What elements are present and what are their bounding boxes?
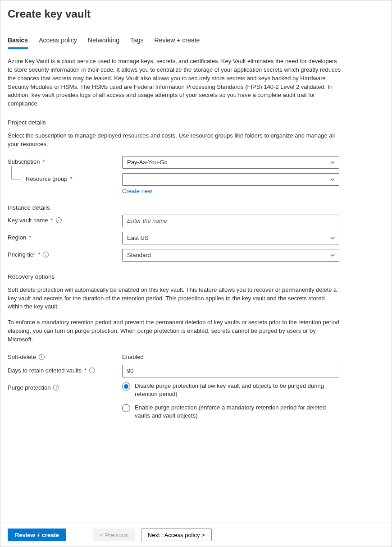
- info-icon[interactable]: i: [53, 385, 59, 391]
- retain-days-label: Days to retain deleted vaults* i: [8, 365, 122, 374]
- purge-enable-radio[interactable]: Enable purge protection (enforce a manda…: [122, 404, 339, 420]
- region-select[interactable]: East US: [122, 232, 339, 244]
- wizard-tabs: Basics Access policy Networking Tags Rev…: [8, 34, 384, 49]
- info-icon[interactable]: i: [89, 368, 95, 373]
- project-details-desc: Select the subscription to manage deploy…: [8, 132, 341, 149]
- soft-delete-value: Enabled: [122, 351, 339, 360]
- recovery-options-heading: Recovery options: [8, 273, 384, 280]
- chevron-down-icon: [330, 235, 335, 241]
- create-new-link[interactable]: Create new: [122, 188, 152, 194]
- intro-text: Azure Key Vault is a cloud service used …: [8, 57, 341, 108]
- recovery-desc-1: Soft delete protection will automaticall…: [8, 286, 341, 312]
- tab-access-policy[interactable]: Access policy: [39, 34, 77, 49]
- next-button[interactable]: Next : Access policy >: [141, 529, 212, 541]
- key-vault-name-input[interactable]: Enter the name: [122, 215, 339, 227]
- subscription-select[interactable]: Pay-As-You-Go: [122, 156, 339, 169]
- tab-networking[interactable]: Networking: [88, 34, 119, 49]
- info-icon[interactable]: i: [43, 252, 49, 257]
- radio-icon: [122, 382, 130, 391]
- instance-details-heading: Instance details: [8, 204, 384, 211]
- resource-group-label: Resource group*: [8, 173, 122, 182]
- project-details-heading: Project details: [8, 119, 384, 126]
- tab-tags[interactable]: Tags: [130, 34, 144, 49]
- retain-days-input[interactable]: 90: [122, 365, 339, 377]
- key-vault-name-label: Key vault name* i: [8, 215, 122, 224]
- soft-delete-label: Soft-delete i: [8, 351, 122, 360]
- tab-review-create[interactable]: Review + create: [155, 34, 200, 49]
- tab-basics[interactable]: Basics: [8, 34, 28, 49]
- wizard-footer: Review + create < Previous Next : Access…: [0, 523, 392, 547]
- radio-icon: [122, 404, 130, 412]
- page-title: Create key vault: [8, 8, 384, 20]
- info-icon[interactable]: i: [56, 217, 62, 223]
- recovery-desc-2: To enforce a mandatory retention period …: [8, 318, 341, 344]
- pricing-tier-select[interactable]: Standard: [122, 249, 339, 262]
- region-label: Region*: [8, 232, 122, 241]
- chevron-down-icon: [330, 160, 335, 165]
- info-icon[interactable]: i: [39, 354, 45, 360]
- purge-disable-label: Disable purge protection (allow key vaul…: [135, 382, 333, 398]
- previous-button: < Previous: [93, 529, 135, 541]
- purge-protection-label: Purge protection i: [8, 382, 122, 391]
- chevron-down-icon: [330, 177, 335, 182]
- review-create-button[interactable]: Review + create: [8, 529, 66, 541]
- subscription-label: Subscription*: [8, 156, 122, 165]
- chevron-down-icon: [330, 253, 335, 258]
- purge-enable-label: Enable purge protection (enforce a manda…: [135, 404, 333, 420]
- pricing-tier-label: Pricing tier* i: [8, 249, 122, 258]
- resource-group-select[interactable]: [122, 173, 339, 186]
- purge-disable-radio[interactable]: Disable purge protection (allow key vaul…: [122, 382, 339, 398]
